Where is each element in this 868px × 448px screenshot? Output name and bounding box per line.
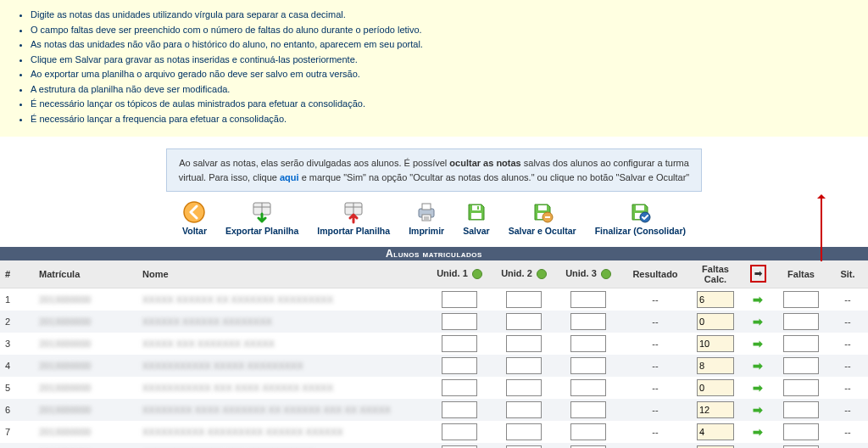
toolbar: Voltar Exportar Planilha Importar Planil… [0,200,868,237]
input-un3[interactable] [570,401,606,418]
cell-transfer: ➡ [741,311,775,333]
cell-sit: -- [827,377,868,399]
input-un1[interactable] [442,335,477,352]
input-un1[interactable] [442,357,477,374]
instruction-item: Digite as notas das unidades utilizando … [31,8,851,22]
cell-sit: -- [827,355,868,377]
input-un1[interactable] [442,291,477,308]
salvar-label: Salvar [463,226,490,237]
cell-nome: XXXXXXXXXXX XXX XXXX XXXXXX XXXXX [137,377,427,399]
imprimir-button[interactable]: Imprimir [409,200,444,237]
input-un1[interactable] [442,445,477,448]
input-un2[interactable] [506,313,542,330]
table-row: 32013000000XXXXX XXX XXXXXXX XXXXX--➡-- [0,333,868,355]
input-un2[interactable] [506,423,542,440]
cell-transfer: ➡ [741,355,775,377]
cell-faltas [775,399,827,421]
svg-rect-14 [471,213,481,219]
cell-transfer: ➡ [741,288,775,311]
input-un3[interactable] [570,445,606,448]
input-un2[interactable] [506,291,542,308]
salvar-ocultar-button[interactable]: Salvar e Ocultar [509,200,576,237]
cell-nome: XXXXXX XXXXXX XXXXXXXX [137,311,427,333]
notice-strong: ocultar as notas [449,158,520,168]
transfer-all-icon[interactable]: ➡ [750,265,766,283]
input-faltas-calc [697,357,734,374]
th-transfer-all[interactable]: ➡ [741,260,775,288]
input-faltas-calc [697,379,734,396]
instruction-item: A estrutura da planilha não deve ser mod… [31,82,851,97]
cell-nome: XXXXX XXX XXXXXXX XXXXX [137,333,427,355]
transfer-row-icon[interactable]: ➡ [753,404,763,416]
input-un3[interactable] [570,423,606,440]
input-un2[interactable] [506,445,542,448]
cell-un2 [492,333,556,355]
cell-un2 [492,377,556,399]
input-faltas[interactable] [783,401,819,418]
cell-un1 [427,377,492,399]
printer-icon [415,200,438,224]
save-icon [465,200,488,224]
salvar-ocultar-label: Salvar e Ocultar [509,226,576,237]
instruction-item: Ao exportar uma planilha o arquivo gerad… [31,67,851,81]
input-un3[interactable] [570,313,606,330]
finalizar-button[interactable]: Finalizar (Consolidar) [595,200,686,237]
cell-un3 [556,355,620,377]
transfer-row-icon[interactable]: ➡ [753,316,763,328]
exportar-planilha-button[interactable]: Exportar Planilha [225,200,298,237]
cell-faltas [775,311,827,333]
voltar-button[interactable]: Voltar [182,200,207,237]
input-un3[interactable] [570,335,606,352]
input-un3[interactable] [570,379,606,396]
cell-matricula: 2013000000 [34,377,137,399]
input-faltas[interactable] [783,357,819,374]
cell-un1 [427,311,492,333]
input-faltas-calc [697,313,734,330]
unit-add-icon[interactable] [472,269,482,279]
input-un2[interactable] [506,357,542,374]
importar-planilha-button[interactable]: Importar Planilha [317,200,390,237]
input-faltas[interactable] [783,423,819,440]
input-un3[interactable] [570,357,606,374]
cell-faltas [775,355,827,377]
unit-add-icon[interactable] [537,269,547,279]
input-un2[interactable] [506,379,542,396]
transfer-row-icon[interactable]: ➡ [753,360,763,372]
notice-text-tail: e marque "Sim" na opção "Ocultar as nota… [299,172,690,182]
input-un3[interactable] [570,291,606,308]
input-faltas[interactable] [783,291,819,308]
input-faltas-calc [697,335,734,352]
th-faltas-calc: Faltas Calc. [690,260,741,288]
input-un1[interactable] [442,379,477,396]
transfer-row-icon[interactable]: ➡ [753,382,763,394]
input-un1[interactable] [442,313,477,330]
input-un2[interactable] [506,335,542,352]
input-faltas[interactable] [783,379,819,396]
input-faltas[interactable] [783,335,819,352]
unit-add-icon[interactable] [601,269,611,279]
cell-un2 [492,399,556,421]
cell-transfer: ➡ [741,421,775,443]
input-un1[interactable] [442,423,477,440]
transfer-row-icon[interactable]: ➡ [753,338,763,350]
transfer-row-icon[interactable]: ➡ [753,426,763,438]
cell-num: 3 [0,333,34,355]
table-row: 52013000000XXXXXXXXXXX XXX XXXX XXXXXX X… [0,377,868,399]
salvar-button[interactable]: Salvar [463,200,490,237]
cell-faltas-calc [690,288,741,311]
cell-resultado: -- [620,288,690,311]
notice-link-aqui[interactable]: aqui [280,172,299,182]
cell-un3 [556,443,620,448]
th-sit: Sit. [827,260,868,288]
svg-rect-15 [538,205,547,210]
input-faltas[interactable] [783,313,819,330]
cell-resultado: -- [620,421,690,443]
input-faltas[interactable] [783,445,819,448]
instructions-list: Digite as notas das unidades utilizando … [17,8,851,126]
transfer-row-icon[interactable]: ➡ [753,294,763,305]
export-spreadsheet-icon [250,200,274,224]
table-row: 22013000000XXXXXX XXXXXX XXXXXXXX--➡-- [0,311,868,333]
input-un1[interactable] [442,401,477,418]
cell-num: 5 [0,377,34,399]
input-un2[interactable] [506,401,542,418]
